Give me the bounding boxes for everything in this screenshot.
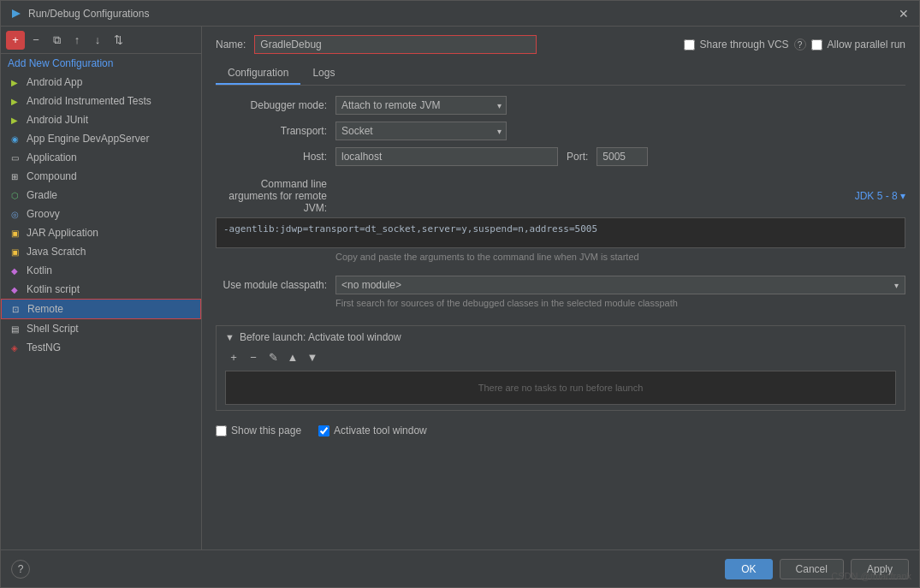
activate-tool-window-label[interactable]: Activate tool window xyxy=(318,425,427,437)
android-junit-icon: ▶ xyxy=(8,113,21,127)
activate-tool-window-checkbox[interactable] xyxy=(318,425,329,437)
tab-logs[interactable]: Logs xyxy=(300,62,347,85)
nav-item-label: Remote xyxy=(27,303,63,315)
nav-item-label: Shell Script xyxy=(27,323,79,335)
configuration-form: Debugger mode: Attach to remote JVM List… xyxy=(216,96,905,549)
moveup-config-button[interactable]: ↑ xyxy=(68,31,86,50)
debugger-mode-select[interactable]: Attach to remote JVM Listen to remote JV… xyxy=(335,96,507,115)
nav-item-label: Groovy xyxy=(27,208,60,220)
nav-item-label: Kotlin xyxy=(27,264,52,276)
run-debug-dialog: Run/Debug Configurations ✕ + − ⧉ ↑ ↓ ⇅ A… xyxy=(0,0,920,588)
nav-item-testng[interactable]: ◈ TestNG xyxy=(1,338,201,357)
transport-label: Transport: xyxy=(216,125,327,137)
compound-icon: ⊞ xyxy=(8,169,21,183)
add-config-button[interactable]: + xyxy=(6,31,25,50)
port-label: Port: xyxy=(567,151,588,163)
remove-config-button[interactable]: − xyxy=(27,31,45,50)
nav-item-application[interactable]: ▭ Application xyxy=(1,148,201,167)
jdk-version-link[interactable]: JDK 5 - 8 ▾ xyxy=(855,190,905,202)
module-label: Use module classpath: xyxy=(216,279,327,291)
kotlin-icon: ◆ xyxy=(8,264,21,277)
nav-item-compound[interactable]: ⊞ Compound xyxy=(1,167,201,186)
nav-item-label: Android App xyxy=(27,76,82,88)
cmdline-label: Command line arguments for remote JVM: xyxy=(216,178,327,214)
port-input[interactable] xyxy=(597,147,648,166)
movedown-config-button[interactable]: ↓ xyxy=(88,31,107,50)
sort-config-button[interactable]: ⇅ xyxy=(109,31,128,50)
allow-parallel-checkbox[interactable] xyxy=(811,39,822,50)
android-tests-icon: ▶ xyxy=(8,94,21,108)
dialog-title: Run/Debug Configurations xyxy=(28,8,149,20)
host-label: Host: xyxy=(216,151,327,163)
nav-item-gradle[interactable]: ⬡ Gradle xyxy=(1,186,201,205)
share-vcs-checkbox[interactable] xyxy=(684,39,695,50)
nav-item-groovy[interactable]: ◎ Groovy xyxy=(1,205,201,223)
nav-item-kotlin[interactable]: ◆ Kotlin xyxy=(1,261,201,280)
nav-item-label: Gradle xyxy=(27,189,57,201)
nav-item-label: Android Instrumented Tests xyxy=(27,95,151,107)
nav-item-label: Application xyxy=(27,151,77,163)
remote-icon: ⊡ xyxy=(9,302,22,316)
collapse-arrow[interactable]: ▼ xyxy=(225,332,234,342)
before-launch-add-btn[interactable]: + xyxy=(225,348,242,365)
bottom-bar: ? OK Cancel Apply xyxy=(1,549,919,587)
before-launch-title: Before launch: Activate tool window xyxy=(240,331,401,343)
application-icon: ▭ xyxy=(8,151,21,164)
left-panel: + − ⧉ ↑ ↓ ⇅ Add New Configuration ▶ Andr… xyxy=(1,27,202,549)
copy-config-button[interactable]: ⧉ xyxy=(47,31,66,50)
nav-item-android-app[interactable]: ▶ Android App xyxy=(1,73,201,92)
left-toolbar: + − ⧉ ↑ ↓ ⇅ xyxy=(1,27,201,54)
before-launch-remove-btn[interactable]: − xyxy=(245,348,262,365)
share-vcs-help[interactable]: ? xyxy=(794,39,806,50)
help-button[interactable]: ? xyxy=(11,560,30,579)
host-port-row: Host: Port: xyxy=(216,147,905,166)
module-section: Use module classpath: <no module> First … xyxy=(216,276,905,308)
svg-marker-0 xyxy=(12,9,21,18)
name-input[interactable] xyxy=(254,35,537,54)
transport-select[interactable]: Socket Shared memory xyxy=(335,122,507,140)
config-tabs: Configuration Logs xyxy=(216,62,905,86)
before-launch-section: ▼ Before launch: Activate tool window + … xyxy=(216,325,905,411)
jar-icon: ▣ xyxy=(8,226,21,240)
nav-item-java-scratch[interactable]: ▣ Java Scratch xyxy=(1,242,201,261)
footer-checkboxes: Show this page Activate tool window xyxy=(216,425,905,442)
title-bar: Run/Debug Configurations ✕ xyxy=(1,1,919,27)
debugger-mode-label: Debugger mode: xyxy=(216,99,327,111)
show-page-text: Show this page xyxy=(231,425,301,437)
android-app-icon: ▶ xyxy=(8,75,21,89)
nav-item-label: App Engine DevAppServer xyxy=(27,133,149,145)
ok-button[interactable]: OK xyxy=(725,559,772,579)
nav-item-app-engine[interactable]: ◉ App Engine DevAppServer xyxy=(1,129,201,148)
nav-item-jar-application[interactable]: ▣ JAR Application xyxy=(1,223,201,242)
before-launch-down-btn[interactable]: ▼ xyxy=(304,348,321,365)
add-new-configuration[interactable]: Add New Configuration xyxy=(1,54,201,73)
app-engine-icon: ◉ xyxy=(8,132,21,146)
debugger-mode-row: Debugger mode: Attach to remote JVM List… xyxy=(216,96,905,115)
show-page-checkbox[interactable] xyxy=(216,425,227,437)
before-launch-edit-btn[interactable]: ✎ xyxy=(264,348,282,365)
nav-item-label: Kotlin script xyxy=(27,283,80,295)
groovy-icon: ◎ xyxy=(8,207,21,221)
gradle-icon: ⬡ xyxy=(8,188,21,202)
activate-tool-window-text: Activate tool window xyxy=(334,425,427,437)
nav-item-kotlin-script[interactable]: ◆ Kotlin script xyxy=(1,280,201,299)
before-launch-up-btn[interactable]: ▲ xyxy=(284,348,301,365)
cmdline-hint: Copy and paste the arguments to the comm… xyxy=(335,252,905,262)
main-content: + − ⧉ ↑ ↓ ⇅ Add New Configuration ▶ Andr… xyxy=(1,27,919,549)
watermark: CSDN @tmacfrank xyxy=(831,571,911,581)
name-label: Name: xyxy=(216,39,246,50)
share-vcs-label: Share through VCS xyxy=(700,39,789,50)
java-scratch-icon: ▣ xyxy=(8,245,21,258)
tab-configuration[interactable]: Configuration xyxy=(216,62,300,85)
module-select[interactable]: <no module> xyxy=(335,276,905,294)
module-hint: First search for sources of the debugged… xyxy=(335,298,905,308)
close-button[interactable]: ✕ xyxy=(899,8,911,20)
nav-item-remote[interactable]: ⊡ Remote xyxy=(1,299,201,319)
nav-item-android-tests[interactable]: ▶ Android Instrumented Tests xyxy=(1,92,201,110)
nav-item-label: Compound xyxy=(27,170,77,182)
nav-item-android-junit[interactable]: ▶ Android JUnit xyxy=(1,110,201,129)
show-page-label[interactable]: Show this page xyxy=(216,425,301,437)
nav-item-shell-script[interactable]: ▤ Shell Script xyxy=(1,319,201,338)
host-input[interactable] xyxy=(335,147,558,166)
name-row: Name: Share through VCS ? Allow parallel… xyxy=(216,35,905,54)
